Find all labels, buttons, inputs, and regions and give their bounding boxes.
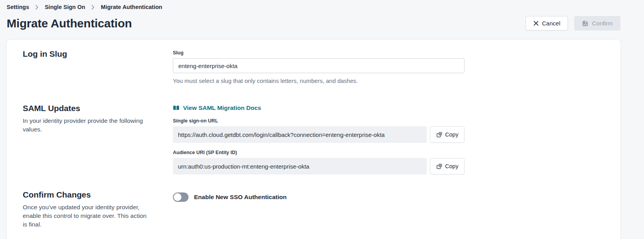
page-header: Migrate Authentication Cancel Confirm — [7, 16, 620, 31]
login-slug-left-column: Log in Slug — [23, 49, 173, 84]
open-book-icon — [173, 105, 180, 111]
view-saml-migration-docs-link[interactable]: View SAML Migration Docs — [173, 104, 261, 111]
x-icon — [533, 21, 539, 26]
sso-url-row: https://auth.cloud.getdbt.com/login/call… — [173, 126, 464, 143]
audience-uri-label: Audience URI (SP Entity ID) — [173, 150, 464, 155]
section-saml-updates: SAML Updates In your identity provider p… — [23, 104, 605, 174]
copy-sso-url-button[interactable]: Copy — [430, 126, 464, 143]
confirm-button-label: Confirm — [592, 20, 613, 27]
chevron-right-icon — [91, 5, 94, 10]
cancel-button-label: Cancel — [542, 20, 561, 27]
save-disk-icon — [582, 20, 588, 27]
enable-sso-toggle-label: Enable New SSO Authentication — [194, 194, 287, 201]
copy-icon — [436, 131, 443, 138]
breadcrumb-item-migrate-authentication: Migrate Authentication — [101, 4, 162, 10]
audience-uri-row: urn:auth0:us-production-mt:enteng-enterp… — [173, 158, 464, 174]
chevron-right-icon — [35, 5, 38, 10]
header-actions: Cancel Confirm — [526, 16, 620, 31]
copy-button-label: Copy — [445, 163, 459, 169]
toggle-knob — [174, 193, 181, 201]
breadcrumb-item-single-sign-on[interactable]: Single Sign On — [45, 4, 85, 10]
confirm-button[interactable]: Confirm — [574, 16, 620, 31]
slug-label: Slug — [173, 50, 464, 56]
login-slug-right-column: Slug You must select a slug that only co… — [173, 49, 464, 84]
section-login-slug: Log in Slug Slug You must select a slug … — [23, 49, 605, 84]
login-slug-heading: Log in Slug — [23, 49, 173, 59]
saml-updates-left-column: SAML Updates In your identity provider p… — [23, 104, 173, 174]
settings-card: Log in Slug Slug You must select a slug … — [7, 40, 620, 239]
saml-updates-description: In your identity provider provide the fo… — [23, 117, 149, 134]
sso-url-value: https://auth.cloud.getdbt.com/login/call… — [173, 126, 427, 143]
sso-url-label: Single sign-on URL — [173, 118, 464, 124]
docs-link-label: View SAML Migration Docs — [183, 104, 261, 111]
slug-input[interactable] — [173, 58, 464, 73]
page: Settings Single Sign On Migrate Authenti… — [0, 0, 644, 239]
section-confirm-changes: Confirm Changes Once you’ve updated your… — [23, 190, 605, 229]
enable-sso-toggle[interactable] — [173, 192, 189, 202]
breadcrumb: Settings Single Sign On Migrate Authenti… — [7, 3, 620, 10]
confirm-changes-right-column: Enable New SSO Authentication — [173, 190, 464, 229]
slug-helper-text: You must select a slug that only contain… — [173, 77, 464, 84]
cancel-button[interactable]: Cancel — [526, 16, 568, 31]
breadcrumb-item-settings[interactable]: Settings — [7, 4, 29, 10]
saml-updates-right-column: View SAML Migration Docs Single sign-on … — [173, 104, 464, 174]
confirm-changes-left-column: Confirm Changes Once you’ve updated your… — [23, 190, 173, 229]
enable-sso-toggle-row: Enable New SSO Authentication — [173, 190, 464, 202]
audience-uri-value: urn:auth0:us-production-mt:enteng-enterp… — [173, 158, 427, 174]
copy-audience-uri-button[interactable]: Copy — [430, 158, 464, 174]
confirm-changes-heading: Confirm Changes — [23, 190, 173, 199]
saml-updates-heading: SAML Updates — [23, 104, 173, 113]
confirm-changes-description: Once you’ve updated your identity provid… — [23, 203, 149, 229]
copy-icon — [436, 163, 443, 169]
page-title: Migrate Authentication — [7, 17, 132, 30]
copy-button-label: Copy — [445, 131, 459, 138]
